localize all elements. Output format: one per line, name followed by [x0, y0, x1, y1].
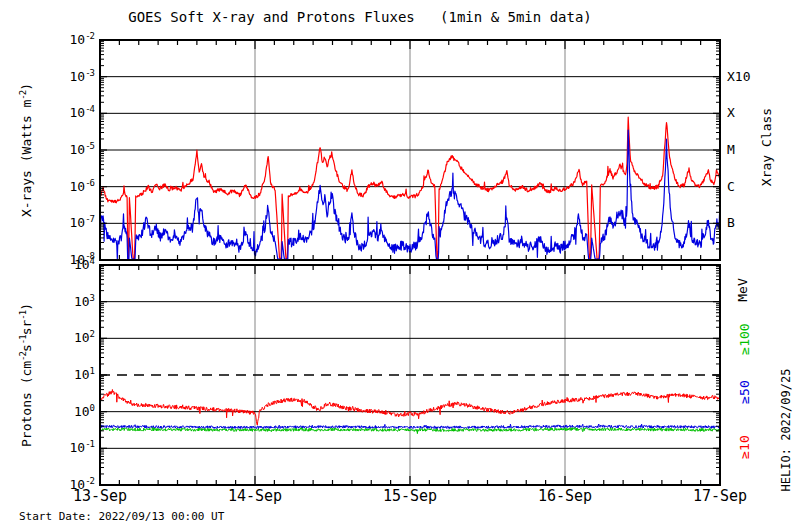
- xray-class-label-b: B: [727, 215, 735, 230]
- y-tick-label: 10-1: [38, 439, 94, 455]
- x-tick-label-15sep: 15-Sep: [365, 487, 455, 505]
- xray-class-label-x: X: [727, 105, 735, 120]
- legend-ge50: ≥50: [737, 380, 752, 403]
- y-tick-label: 103: [38, 293, 94, 309]
- y-tick-label: 10-2: [38, 31, 94, 47]
- y-tick-label: 102: [38, 329, 94, 345]
- x-tick-label-17sep: 17-Sep: [675, 487, 765, 505]
- y-tick-label: 100: [38, 403, 94, 419]
- chart-title: GOES Soft X-ray and Protons Fluxes (1min…: [100, 9, 620, 25]
- xray-axis-title: X-rays (Watts m-2): [18, 83, 34, 217]
- x-tick-label-14sep: 14-Sep: [210, 487, 300, 505]
- y-tick-label: 104: [38, 256, 94, 272]
- legend-ge10: ≥10: [737, 435, 752, 458]
- legend-ge100: ≥100: [737, 323, 752, 354]
- x-tick-label-16sep: 16-Sep: [520, 487, 610, 505]
- y-tick-label: 10-4: [38, 104, 94, 120]
- mev-axis-title: MeV: [735, 278, 750, 301]
- y-tick-label: 10-3: [38, 68, 94, 84]
- y-tick-label: 10-6: [38, 178, 94, 194]
- goes-xray-proton-flux-chart: GOES Soft X-ray and Protons Fluxes (1min…: [0, 0, 800, 530]
- xray-class-label-m: M: [727, 142, 735, 157]
- proton-axis-title: Protons (cm-2s-1sr-1): [18, 303, 34, 447]
- xray-class-axis-title: Xray Class: [759, 108, 774, 186]
- y-tick-label: 10-7: [38, 214, 94, 230]
- start-date-label: Start Date: 2022/09/13 00:00 UT: [19, 510, 224, 523]
- y-tick-label: 10-2: [38, 476, 94, 492]
- xray-class-label-x10: X10: [727, 69, 750, 84]
- helio-date-stamp: HELIO: 2022/09/25: [779, 369, 793, 492]
- y-tick-label: 101: [38, 366, 94, 382]
- plot-canvas: [0, 0, 800, 530]
- xray-class-label-c: C: [727, 179, 735, 194]
- y-tick-label: 10-5: [38, 141, 94, 157]
